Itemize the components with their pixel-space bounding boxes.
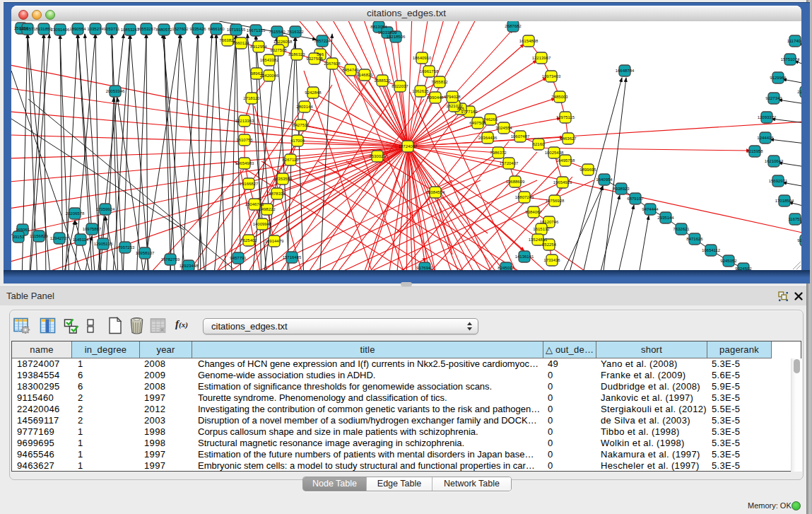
svg-text:13524851: 13524851 bbox=[529, 238, 548, 242]
svg-text:10719155: 10719155 bbox=[227, 28, 246, 32]
svg-text:8471626: 8471626 bbox=[686, 237, 703, 241]
svg-text:8186323: 8186323 bbox=[288, 52, 305, 57]
svg-text:15716485: 15716485 bbox=[283, 255, 302, 259]
svg-text:22420046: 22420046 bbox=[260, 74, 279, 78]
svg-text:9245052: 9245052 bbox=[720, 259, 737, 263]
svg-text:165061: 165061 bbox=[16, 228, 30, 232]
svg-text:1527602: 1527602 bbox=[172, 27, 189, 31]
svg-text:6466160: 6466160 bbox=[208, 27, 225, 31]
svg-text:9227343: 9227343 bbox=[765, 96, 782, 100]
svg-text:9242848: 9242848 bbox=[305, 90, 322, 95]
svg-text:6879197: 6879197 bbox=[627, 197, 644, 201]
svg-text:1615132: 1615132 bbox=[533, 227, 550, 231]
svg-text:39153: 39153 bbox=[13, 235, 25, 239]
svg-text:20206578: 20206578 bbox=[66, 211, 85, 216]
svg-text:19654983: 19654983 bbox=[235, 161, 254, 165]
svg-text:17957253: 17957253 bbox=[116, 245, 135, 250]
svg-text:3215958: 3215958 bbox=[746, 149, 763, 153]
svg-text:417004: 417004 bbox=[290, 139, 305, 143]
svg-text:17018504: 17018504 bbox=[775, 199, 794, 203]
svg-text:8912954: 8912954 bbox=[250, 45, 267, 49]
svg-text:2803144: 2803144 bbox=[296, 105, 313, 109]
svg-text:10553267: 10553267 bbox=[137, 27, 156, 31]
svg-text:6794028: 6794028 bbox=[444, 95, 461, 99]
svg-text:23091406: 23091406 bbox=[51, 28, 70, 32]
svg-text:8267110: 8267110 bbox=[283, 158, 300, 162]
svg-text:16961758: 16961758 bbox=[420, 69, 439, 74]
svg-text:7515540: 7515540 bbox=[269, 30, 286, 34]
svg-text:14009948: 14009948 bbox=[253, 222, 272, 226]
svg-text:8245012: 8245012 bbox=[498, 266, 514, 270]
svg-text:8480572: 8480572 bbox=[155, 28, 172, 32]
svg-text:12923448: 12923448 bbox=[180, 264, 199, 268]
svg-text:10958107: 10958107 bbox=[136, 251, 155, 255]
svg-text:2718120: 2718120 bbox=[243, 96, 260, 100]
svg-text:10607487: 10607487 bbox=[511, 134, 530, 139]
svg-text:1362615: 1362615 bbox=[412, 89, 429, 93]
svg-text:252254: 252254 bbox=[542, 243, 557, 247]
svg-text:1588520: 1588520 bbox=[374, 78, 391, 83]
svg-text:7955812: 7955812 bbox=[431, 80, 448, 84]
svg-text:9327508: 9327508 bbox=[270, 48, 287, 52]
svg-text:19166827: 19166827 bbox=[240, 182, 259, 186]
svg-text:9324502: 9324502 bbox=[735, 267, 752, 270]
svg-text:9474444: 9474444 bbox=[642, 207, 659, 211]
svg-text:16648784: 16648784 bbox=[616, 69, 635, 73]
svg-text:18807249: 18807249 bbox=[515, 195, 534, 199]
svg-text:1610755: 1610755 bbox=[236, 138, 253, 142]
svg-text:12353594: 12353594 bbox=[273, 177, 293, 181]
svg-text:1035274: 1035274 bbox=[87, 27, 104, 31]
svg-text:10973403: 10973403 bbox=[542, 74, 561, 78]
svg-text:12213363: 12213363 bbox=[235, 119, 254, 123]
svg-text:3024554: 3024554 bbox=[495, 126, 512, 130]
svg-text:9053711: 9053711 bbox=[104, 27, 121, 31]
svg-text:9463627: 9463627 bbox=[560, 136, 577, 141]
svg-text:1640954: 1640954 bbox=[596, 177, 613, 182]
svg-text:9129966: 9129966 bbox=[770, 76, 787, 80]
svg-text:16543382: 16543382 bbox=[260, 58, 279, 62]
svg-text:9327508: 9327508 bbox=[306, 57, 323, 61]
svg-text:8878332: 8878332 bbox=[269, 192, 286, 196]
svg-text:19218506: 19218506 bbox=[387, 35, 406, 39]
svg-text:7616322: 7616322 bbox=[287, 30, 304, 34]
svg-text:9146821: 9146821 bbox=[356, 73, 373, 77]
svg-text:2367608: 2367608 bbox=[324, 62, 341, 66]
svg-text:10654112: 10654112 bbox=[702, 248, 721, 252]
svg-text:16914479: 16914479 bbox=[265, 239, 284, 243]
svg-text:8990448: 8990448 bbox=[427, 95, 444, 100]
svg-text:1117404: 1117404 bbox=[787, 39, 801, 43]
svg-text:9384067: 9384067 bbox=[525, 210, 542, 214]
svg-text:8322037: 8322037 bbox=[392, 84, 408, 88]
svg-text:2277404: 2277404 bbox=[797, 90, 801, 94]
svg-text:16671355: 16671355 bbox=[247, 28, 266, 33]
svg-text:9457791: 9457791 bbox=[230, 256, 247, 260]
svg-text:7625402: 7625402 bbox=[240, 238, 257, 243]
svg-text:62160: 62160 bbox=[533, 142, 545, 146]
svg-text:15046745: 15046745 bbox=[245, 202, 264, 206]
svg-text:8938923: 8938923 bbox=[613, 187, 630, 191]
svg-text:98961: 98961 bbox=[251, 71, 263, 76]
svg-text:9176941: 9176941 bbox=[416, 266, 433, 270]
svg-text:19654923: 19654923 bbox=[553, 180, 572, 185]
svg-text:2687682: 2687682 bbox=[505, 24, 522, 28]
svg-text:12942737: 12942737 bbox=[50, 236, 69, 240]
svg-text:15226058: 15226058 bbox=[273, 40, 293, 44]
svg-text:16210643: 16210643 bbox=[765, 159, 784, 163]
svg-text:15751074: 15751074 bbox=[781, 57, 800, 62]
svg-text:12213967: 12213967 bbox=[532, 56, 551, 60]
svg-text:8660124: 8660124 bbox=[233, 41, 249, 45]
svg-text:7632621: 7632621 bbox=[673, 227, 690, 231]
svg-text:7857224: 7857224 bbox=[314, 39, 331, 43]
svg-text:9245072: 9245072 bbox=[797, 238, 801, 243]
svg-text:12093372: 12093372 bbox=[758, 115, 777, 119]
svg-text:2530023: 2530023 bbox=[369, 154, 386, 158]
svg-text:16782759: 16782759 bbox=[161, 257, 180, 262]
svg-text:9335426: 9335426 bbox=[189, 27, 206, 31]
svg-text:1890554: 1890554 bbox=[69, 27, 86, 31]
svg-text:7986372: 7986372 bbox=[490, 151, 507, 155]
svg-text:10025438: 10025438 bbox=[545, 151, 564, 155]
svg-text:16495758: 16495758 bbox=[556, 158, 575, 163]
svg-text:1145114: 1145114 bbox=[73, 238, 89, 242]
svg-text:116753: 116753 bbox=[788, 217, 801, 221]
svg-text:20364436: 20364436 bbox=[478, 136, 498, 140]
